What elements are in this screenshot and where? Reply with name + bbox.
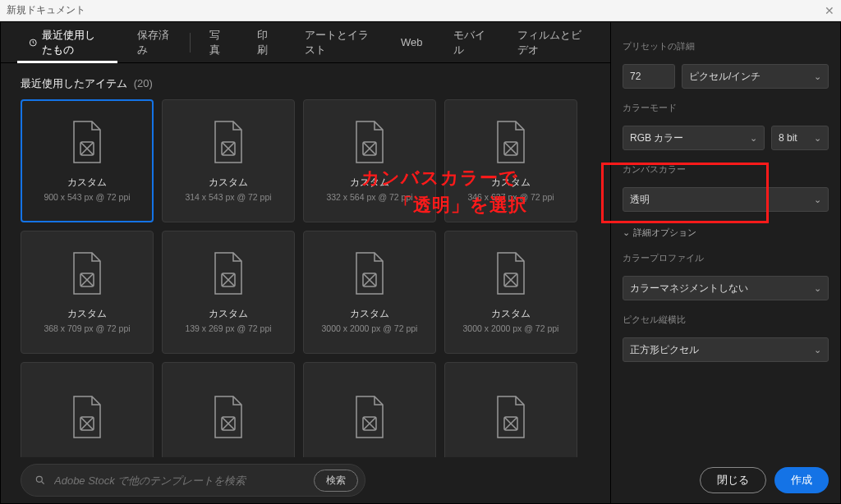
preset-card[interactable]: カスタム 368 x 709 px @ 72 ppi <box>21 231 154 354</box>
canvas-color-select[interactable]: 透明⌄ <box>623 187 829 212</box>
pixel-aspect-label: ピクセル縦横比 <box>623 314 829 326</box>
document-icon <box>210 251 246 296</box>
chevron-down-icon: ⌄ <box>814 283 821 294</box>
preset-card-label: カスタム <box>67 176 107 190</box>
tab-divider <box>190 33 191 53</box>
close-button[interactable]: 閉じる <box>700 467 766 493</box>
preset-card[interactable]: カスタム 3000 x 2000 px @ 72 ppi <box>444 231 577 354</box>
tab-video[interactable]: フィルムとビデオ <box>506 22 594 63</box>
document-icon <box>352 120 388 164</box>
stock-search-input[interactable] <box>54 474 306 487</box>
pixel-aspect-select[interactable]: 正方形ピクセル⌄ <box>623 337 829 362</box>
stock-search-button[interactable]: 検索 <box>314 470 358 492</box>
svg-point-13 <box>36 476 42 482</box>
preset-card-dimensions: 314 x 543 px @ 72 ppi <box>185 192 271 202</box>
clock-icon <box>29 37 37 48</box>
preset-card-dimensions: 368 x 709 px @ 72 ppi <box>44 323 130 333</box>
tab-photo[interactable]: 写真 <box>198 22 237 63</box>
preset-card[interactable]: カスタム 332 x 564 px @ 72 ppi <box>303 99 436 222</box>
document-icon <box>493 120 529 164</box>
advanced-options-toggle[interactable]: ⌄ 詳細オプション <box>623 227 829 239</box>
create-button[interactable]: 作成 <box>774 467 829 493</box>
color-mode-select[interactable]: RGB カラー⌄ <box>623 126 765 150</box>
preset-card-dimensions: 332 x 564 px @ 72 ppi <box>326 192 412 202</box>
preset-card-label: カスタム <box>209 307 248 321</box>
preset-card[interactable]: カスタム 139 x 269 px @ 72 ppi <box>162 231 295 354</box>
document-icon <box>493 395 529 439</box>
chevron-down-icon: ⌄ <box>814 133 821 144</box>
category-tabs: 最近使用したもの 保存済み 写真 印刷 アートとイラスト Web モバイル フィ… <box>1 22 610 63</box>
preset-grid: カスタム 900 x 543 px @ 72 ppi カスタム 314 x 54… <box>21 99 591 457</box>
recent-section-title: 最近使用したアイテム (20) <box>1 63 610 99</box>
document-icon <box>69 251 105 296</box>
preset-card[interactable] <box>21 362 154 457</box>
preset-card[interactable]: カスタム 346 x 627 px @ 72 ppi <box>444 99 577 222</box>
preset-details-panel: プリセットの詳細 72 ピクセル/インチ⌄ カラーモード RGB カラー⌄ 8 … <box>610 22 840 503</box>
document-icon <box>69 120 105 164</box>
stock-search[interactable]: 検索 <box>21 464 365 497</box>
preset-card[interactable] <box>444 362 577 457</box>
chevron-down-icon: ⌄ <box>814 195 821 205</box>
preset-card-label: カスタム <box>67 307 107 321</box>
tab-print[interactable]: 印刷 <box>246 22 285 63</box>
preset-card-dimensions: 900 x 543 px @ 72 ppi <box>44 192 130 202</box>
preset-card-dimensions: 3000 x 2000 px @ 72 ppi <box>322 323 418 333</box>
document-icon <box>210 120 246 164</box>
preset-card-label: カスタム <box>350 176 389 190</box>
preset-card[interactable]: カスタム 3000 x 2000 px @ 72 ppi <box>303 231 436 354</box>
tab-web[interactable]: Web <box>389 22 434 63</box>
resolution-unit-select[interactable]: ピクセル/インチ⌄ <box>682 64 829 89</box>
preset-card-dimensions: 139 x 269 px @ 72 ppi <box>185 323 271 333</box>
search-icon <box>34 474 46 486</box>
canvas-color-label: カンバスカラー <box>623 163 829 176</box>
preset-card-dimensions: 346 x 627 px @ 72 ppi <box>467 192 554 202</box>
preset-card[interactable]: カスタム 314 x 543 px @ 72 ppi <box>162 99 295 222</box>
chevron-down-icon: ⌄ <box>623 227 630 238</box>
tab-saved[interactable]: 保存済み <box>126 22 182 63</box>
bit-depth-select[interactable]: 8 bit⌄ <box>771 126 829 150</box>
resolution-input[interactable]: 72 <box>623 64 675 89</box>
tab-art[interactable]: アートとイラスト <box>293 22 381 63</box>
preset-card-dimensions: 3000 x 2000 px @ 72 ppi <box>463 323 559 333</box>
color-mode-label: カラーモード <box>623 102 829 114</box>
document-icon <box>352 251 388 296</box>
preset-card-label: カスタム <box>350 307 389 321</box>
chevron-down-icon: ⌄ <box>750 133 757 144</box>
document-icon <box>493 251 529 296</box>
tab-mobile[interactable]: モバイル <box>442 22 498 63</box>
preset-card[interactable] <box>303 362 436 457</box>
preset-card-label: カスタム <box>491 176 531 190</box>
chevron-down-icon: ⌄ <box>814 345 821 355</box>
document-icon <box>69 395 105 439</box>
preset-card-label: カスタム <box>209 176 248 190</box>
document-icon <box>210 395 246 439</box>
preset-card[interactable] <box>162 362 295 457</box>
preset-details-label: プリセットの詳細 <box>623 40 829 53</box>
chevron-down-icon: ⌄ <box>814 71 821 82</box>
preset-card-label: カスタム <box>491 307 531 321</box>
window-title: 新規ドキュメント <box>7 3 85 17</box>
window-titlebar: 新規ドキュメント ✕ <box>0 0 841 21</box>
document-icon <box>352 395 388 439</box>
color-profile-select[interactable]: カラーマネジメントしない⌄ <box>623 276 829 300</box>
preset-card[interactable]: カスタム 900 x 543 px @ 72 ppi <box>21 99 154 222</box>
color-profile-label: カラープロファイル <box>623 252 829 264</box>
close-icon[interactable]: ✕ <box>825 4 834 17</box>
tab-recent[interactable]: 最近使用したもの <box>17 22 117 63</box>
